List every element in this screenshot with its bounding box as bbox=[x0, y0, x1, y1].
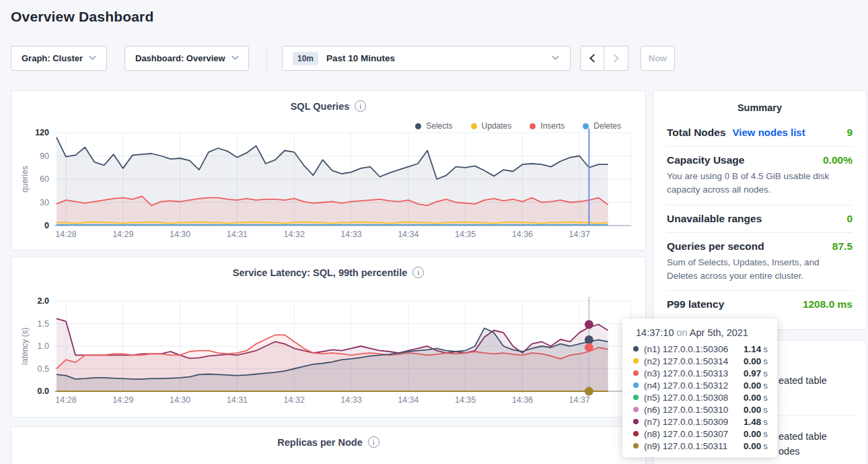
info-icon[interactable]: i bbox=[368, 436, 379, 448]
node-dot bbox=[633, 395, 639, 400]
node-dot bbox=[633, 443, 639, 449]
tooltip-row-n4: (n4) 127.0.0.1:50312 0.00s bbox=[632, 379, 768, 391]
svg-text:120: 120 bbox=[35, 128, 49, 137]
time-prev-button[interactable] bbox=[580, 46, 604, 71]
svg-text:60: 60 bbox=[40, 174, 49, 184]
summary-panel: Summary Total Nodes View nodes list 9 Ca… bbox=[653, 90, 867, 330]
tooltip-row-n9: (n9) 127.0.0.1:50311 0.00s bbox=[632, 440, 768, 452]
qps-label: Queries per second bbox=[667, 240, 764, 253]
svg-text:14:30: 14:30 bbox=[170, 230, 190, 239]
svg-text:14:36: 14:36 bbox=[512, 230, 533, 239]
time-range-badge: 10m bbox=[293, 52, 318, 65]
tooltip-row-n5: (n5) 127.0.0.1:50308 0.00s bbox=[632, 391, 768, 403]
summary-row-p99: P99 latency 1208.0 ms bbox=[667, 290, 853, 318]
chevron-down-icon bbox=[89, 53, 96, 60]
tooltip-row-n7: (n7) 127.0.0.1:50309 1.48s bbox=[632, 416, 768, 428]
svg-text:14:36: 14:36 bbox=[512, 395, 533, 405]
qps-value: 87.5 bbox=[832, 240, 853, 253]
node-dot bbox=[633, 370, 639, 376]
service-latency-card: Service Latency: SQL, 99th percentile i … bbox=[11, 257, 646, 418]
chevron-down-icon bbox=[231, 53, 238, 60]
replicas-per-node-title: Replicas per Node i bbox=[11, 436, 645, 448]
dashboard-dropdown[interactable]: Dashboard: Overview bbox=[124, 46, 249, 71]
tooltip-row-n8: (n8) 127.0.0.1:50307 0.00s bbox=[632, 428, 768, 440]
tooltip-timestamp: 14:37:10 on Apr 5th, 2021 bbox=[636, 327, 768, 338]
svg-text:0.5: 0.5 bbox=[38, 364, 49, 374]
tooltip-row-n3: (n3) 127.0.0.1:50313 0.97s bbox=[632, 367, 768, 379]
svg-text:14:34: 14:34 bbox=[398, 230, 419, 239]
node-dot bbox=[633, 358, 639, 364]
sql-queries-plot[interactable]: 14:2814:2914:3014:3114:3214:3314:3414:35… bbox=[11, 91, 647, 251]
capacity-usage-label: Capacity Usage bbox=[667, 154, 744, 166]
svg-text:queries: queries bbox=[20, 166, 30, 192]
tooltip-row-n6: (n6) 127.0.0.1:50310 0.00s bbox=[632, 403, 768, 416]
node-dot bbox=[633, 407, 639, 412]
svg-text:14:33: 14:33 bbox=[340, 230, 361, 239]
svg-text:14:37: 14:37 bbox=[569, 395, 590, 405]
svg-text:14:32: 14:32 bbox=[284, 230, 305, 239]
svg-text:1.5: 1.5 bbox=[38, 319, 49, 329]
svg-text:latency (s): latency (s) bbox=[20, 327, 30, 364]
svg-text:90: 90 bbox=[40, 152, 49, 161]
capacity-usage-description: You are using 0 B of 4.5 GiB usable disk… bbox=[667, 170, 853, 197]
unavailable-ranges-label: Unavailable ranges bbox=[667, 213, 762, 225]
tooltip-row-n1: (n1) 127.0.0.1:50306 1.14s bbox=[632, 343, 768, 355]
chevron-down-icon bbox=[552, 53, 559, 60]
svg-text:1.0: 1.0 bbox=[38, 341, 49, 351]
graph-dropdown-label: Graph: Cluster bbox=[22, 53, 83, 63]
total-nodes-value: 9 bbox=[846, 127, 853, 139]
sql-queries-card: SQL Queries i Selects Updates Inserts De… bbox=[11, 90, 646, 251]
summary-row-unavailable-ranges: Unavailable ranges 0 bbox=[667, 205, 853, 232]
service-latency-plot[interactable]: 14:2814:2914:3014:3114:3214:3314:3414:35… bbox=[11, 257, 647, 418]
svg-text:14:28: 14:28 bbox=[55, 230, 76, 239]
summary-row-qps: Queries per second 87.5 Sum of Selects, … bbox=[667, 232, 853, 291]
svg-text:14:33: 14:33 bbox=[340, 395, 361, 405]
event-row-fragment: odes bbox=[779, 446, 799, 457]
total-nodes-label: Total Nodes bbox=[667, 127, 726, 139]
tooltip-row-n2: (n2) 127.0.0.1:50314 0.00s bbox=[632, 355, 768, 367]
svg-text:30: 30 bbox=[40, 198, 49, 207]
svg-text:14:32: 14:32 bbox=[284, 395, 305, 405]
svg-text:0: 0 bbox=[44, 221, 49, 230]
p99-latency-label: P99 latency bbox=[667, 298, 724, 310]
summary-row-total-nodes: Total Nodes View nodes list 9 bbox=[667, 119, 853, 146]
chevron-left-icon bbox=[589, 54, 598, 63]
graph-dropdown[interactable]: Graph: Cluster bbox=[11, 46, 107, 71]
toolbar-divider bbox=[266, 46, 267, 71]
svg-text:14:37: 14:37 bbox=[569, 230, 590, 239]
svg-text:2.0: 2.0 bbox=[38, 296, 49, 306]
replicas-per-node-card: Replicas per Node i bbox=[11, 426, 646, 464]
node-dot bbox=[633, 383, 639, 388]
svg-text:14:31: 14:31 bbox=[227, 230, 248, 239]
page-title: Overview Dashboard bbox=[11, 9, 154, 25]
node-dot bbox=[633, 431, 639, 436]
now-button[interactable]: Now bbox=[641, 46, 675, 71]
svg-text:14:35: 14:35 bbox=[455, 230, 476, 239]
unavailable-ranges-value: 0 bbox=[846, 213, 853, 225]
svg-text:0.0: 0.0 bbox=[38, 387, 49, 396]
capacity-usage-value: 0.00% bbox=[823, 154, 853, 166]
qps-description: Sum of Selects, Updates, Inserts, and De… bbox=[667, 256, 853, 284]
summary-title: Summary bbox=[653, 91, 866, 119]
event-row-fragment: eated table bbox=[779, 431, 827, 442]
svg-text:14:29: 14:29 bbox=[112, 395, 133, 405]
p99-latency-value: 1208.0 ms bbox=[803, 298, 853, 310]
time-nav-group bbox=[580, 46, 628, 71]
svg-text:14:29: 14:29 bbox=[112, 230, 133, 239]
svg-text:14:31: 14:31 bbox=[227, 395, 248, 405]
node-dot bbox=[633, 419, 639, 424]
time-range-label: Past 10 Minutes bbox=[326, 53, 395, 63]
time-range-dropdown[interactable]: 10m Past 10 Minutes bbox=[282, 46, 571, 71]
event-row-fragment: eated table bbox=[779, 375, 827, 386]
node-dot bbox=[633, 346, 639, 352]
chevron-right-icon bbox=[610, 54, 619, 63]
summary-row-capacity: Capacity Usage 0.00% You are using 0 B o… bbox=[667, 146, 853, 205]
svg-text:14:28: 14:28 bbox=[55, 395, 76, 405]
chart-hover-tooltip: 14:37:10 on Apr 5th, 2021 (n1) 127.0.0.1… bbox=[622, 319, 777, 457]
svg-text:14:34: 14:34 bbox=[398, 395, 419, 405]
time-next-button[interactable] bbox=[604, 46, 628, 71]
dashboard-dropdown-label: Dashboard: Overview bbox=[135, 53, 225, 63]
view-nodes-list-link[interactable]: View nodes list bbox=[733, 127, 805, 138]
svg-text:14:35: 14:35 bbox=[455, 395, 476, 405]
svg-text:14:30: 14:30 bbox=[170, 395, 190, 405]
